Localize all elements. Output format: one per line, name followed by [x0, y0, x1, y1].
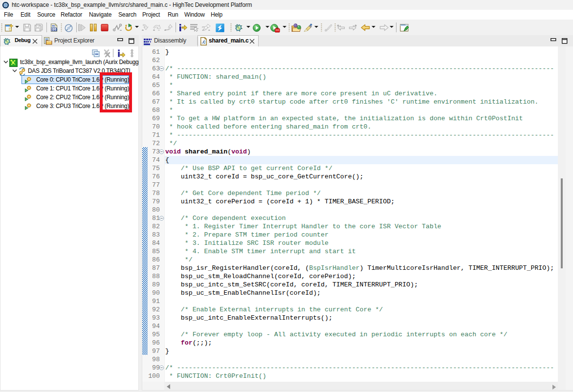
svg-text:.c: .c [201, 39, 206, 44]
svg-text:010: 010 [52, 28, 58, 31]
